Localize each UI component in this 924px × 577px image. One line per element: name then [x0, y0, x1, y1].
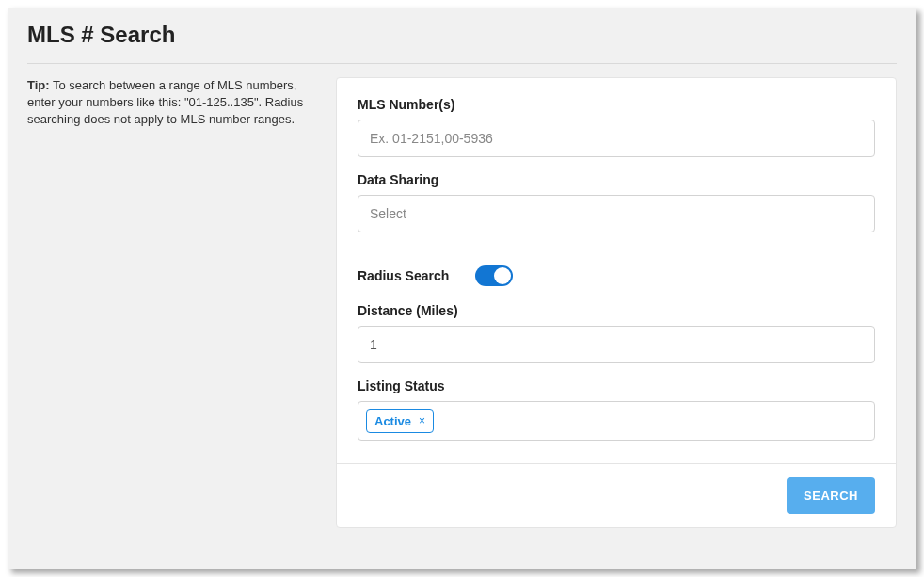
content-columns: Tip: To search between a range of MLS nu…	[27, 77, 897, 528]
data-sharing-field: Data Sharing Select	[358, 172, 875, 232]
radius-search-label: Radius Search	[358, 268, 449, 283]
form-body: MLS Number(s) Data Sharing Select Radius…	[337, 78, 896, 463]
radius-search-row: Radius Search	[358, 265, 875, 286]
tag-remove-icon[interactable]: ×	[419, 415, 425, 426]
distance-label: Distance (Miles)	[358, 303, 875, 318]
distance-field: Distance (Miles)	[358, 303, 875, 363]
search-button[interactable]: SEARCH	[787, 477, 875, 514]
tag-label: Active	[374, 414, 411, 428]
form-footer: SEARCH	[337, 463, 896, 527]
toggle-knob	[494, 267, 511, 284]
mls-number-input[interactable]	[358, 120, 875, 157]
tip-label: Tip:	[27, 78, 50, 92]
listing-status-tag[interactable]: Active ×	[366, 409, 434, 433]
data-sharing-selected: Select	[370, 206, 406, 221]
mls-number-field: MLS Number(s)	[358, 97, 875, 157]
distance-input[interactable]	[358, 326, 875, 363]
data-sharing-select[interactable]: Select	[358, 195, 875, 232]
tip-panel: Tip: To search between a range of MLS nu…	[27, 77, 310, 528]
title-divider	[27, 63, 897, 64]
listing-status-tagbox[interactable]: Active ×	[358, 401, 875, 441]
listing-status-field: Listing Status Active ×	[358, 378, 875, 441]
radius-search-toggle[interactable]	[475, 265, 513, 286]
tip-text: To search between a range of MLS numbers…	[27, 78, 303, 126]
listing-status-label: Listing Status	[358, 378, 875, 393]
mls-number-label: MLS Number(s)	[358, 97, 875, 112]
section-divider	[358, 248, 875, 248]
mls-search-window: MLS # Search Tip: To search between a ra…	[8, 8, 916, 569]
search-form-card: MLS Number(s) Data Sharing Select Radius…	[336, 77, 897, 528]
data-sharing-label: Data Sharing	[358, 172, 875, 187]
page-title: MLS # Search	[27, 22, 897, 48]
